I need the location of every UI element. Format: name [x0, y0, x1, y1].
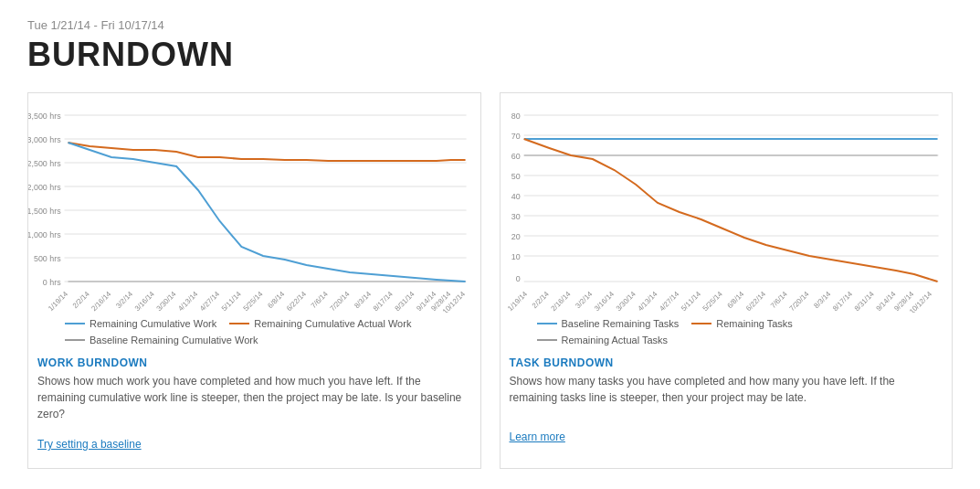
svg-text:8/17/14: 8/17/14	[831, 290, 854, 313]
task-section-desc: Shows how many tasks you have completed …	[501, 373, 943, 422]
svg-text:60: 60	[511, 152, 520, 161]
svg-text:80: 80	[511, 112, 520, 121]
svg-text:6/22/14: 6/22/14	[285, 290, 308, 313]
work-section-title: WORK BURNDOWN	[28, 349, 471, 373]
legend-label: Remaining Cumulative Actual Work	[254, 318, 411, 329]
page-title: BURNDOWN	[27, 36, 953, 74]
svg-text:2,500 hrs: 2,500 hrs	[28, 159, 61, 168]
legend-label: Baseline Remaining Tasks	[562, 318, 680, 329]
svg-text:6/8/14: 6/8/14	[266, 290, 286, 311]
svg-text:0 hrs: 0 hrs	[43, 278, 61, 287]
svg-text:2/2/14: 2/2/14	[71, 290, 91, 311]
svg-text:30: 30	[511, 212, 520, 221]
task-section-link: Learn more	[501, 422, 943, 452]
task-chart-container: 80 70 60 50 40 30 20 10 0	[501, 102, 943, 313]
svg-text:8/3/14: 8/3/14	[353, 290, 373, 311]
date-range: Tue 1/21/14 - Fri 10/17/14	[27, 18, 953, 32]
work-section-link: Try setting a baseline	[28, 430, 471, 459]
legend-orange-line-task	[691, 323, 711, 324]
svg-text:5/25/14: 5/25/14	[701, 290, 723, 313]
task-burndown-panel: 80 70 60 50 40 30 20 10 0	[500, 92, 954, 469]
svg-text:70: 70	[511, 132, 520, 141]
work-burndown-panel: 3,500 hrs 3,000 hrs 2,500 hrs 2,000 hrs …	[27, 92, 481, 469]
svg-text:1,000 hrs: 1,000 hrs	[28, 230, 61, 239]
svg-text:5/11/14: 5/11/14	[220, 290, 243, 313]
svg-text:1/19/14: 1/19/14	[47, 290, 69, 313]
task-chart-legend: Baseline Remaining Tasks Remaining Tasks…	[501, 313, 943, 349]
legend-actual-work: Remaining Cumulative Actual Work	[229, 318, 411, 329]
legend-baseline-tasks: Baseline Remaining Tasks	[537, 318, 680, 329]
svg-text:4/13/14: 4/13/14	[176, 290, 199, 313]
work-chart-legend: Remaining Cumulative Work Remaining Cumu…	[28, 313, 471, 349]
svg-text:40: 40	[511, 192, 520, 201]
svg-text:7/20/14: 7/20/14	[328, 290, 351, 313]
svg-text:500 hrs: 500 hrs	[34, 254, 61, 263]
svg-text:8/17/14: 8/17/14	[372, 290, 395, 313]
svg-text:3,500 hrs: 3,500 hrs	[28, 112, 61, 121]
svg-text:7/6/14: 7/6/14	[310, 290, 330, 311]
svg-text:2,000 hrs: 2,000 hrs	[28, 183, 61, 192]
svg-text:3/2/14: 3/2/14	[114, 290, 134, 311]
svg-text:3,000 hrs: 3,000 hrs	[28, 135, 61, 144]
legend-gray-line	[65, 339, 85, 341]
legend-label: Baseline Remaining Cumulative Work	[90, 335, 258, 345]
work-chart-svg: 3,500 hrs 3,000 hrs 2,500 hrs 2,000 hrs …	[28, 102, 471, 313]
legend-baseline-work: Baseline Remaining Cumulative Work	[65, 335, 258, 345]
svg-text:2/16/14: 2/16/14	[90, 290, 112, 313]
svg-text:3/16/14: 3/16/14	[133, 290, 156, 313]
svg-text:50: 50	[511, 172, 520, 181]
legend-orange-line	[229, 323, 249, 324]
svg-text:4/27/14: 4/27/14	[658, 290, 680, 313]
legend-blue-line	[65, 323, 85, 324]
task-section-title: TASK BURNDOWN	[501, 349, 943, 373]
legend-remaining-work: Remaining Cumulative Work	[65, 318, 216, 329]
svg-text:8/31/14: 8/31/14	[852, 290, 875, 313]
svg-text:7/20/14: 7/20/14	[787, 290, 810, 313]
svg-text:8/3/14: 8/3/14	[812, 290, 832, 311]
svg-text:2/16/14: 2/16/14	[549, 290, 572, 313]
svg-text:1,500 hrs: 1,500 hrs	[28, 207, 61, 216]
svg-text:1/19/14: 1/19/14	[506, 290, 529, 313]
legend-gray-line-task	[537, 339, 557, 341]
work-section-desc: Shows how much work you have completed a…	[28, 373, 471, 430]
svg-text:0: 0	[515, 274, 520, 283]
try-baseline-link[interactable]: Try setting a baseline	[37, 438, 142, 451]
svg-text:5/11/14: 5/11/14	[679, 290, 701, 313]
svg-text:6/22/14: 6/22/14	[744, 290, 767, 313]
svg-text:20: 20	[511, 232, 520, 241]
legend-remaining-tasks: Remaining Tasks	[691, 318, 793, 329]
legend-actual-tasks: Remaining Actual Tasks	[537, 335, 669, 345]
svg-text:6/8/14: 6/8/14	[725, 290, 745, 311]
legend-blue-line-task	[537, 323, 557, 324]
svg-text:7/6/14: 7/6/14	[768, 290, 788, 311]
charts-row: 3,500 hrs 3,000 hrs 2,500 hrs 2,000 hrs …	[27, 92, 953, 469]
svg-text:10: 10	[511, 252, 520, 261]
svg-text:4/27/14: 4/27/14	[198, 290, 221, 313]
work-chart-container: 3,500 hrs 3,000 hrs 2,500 hrs 2,000 hrs …	[28, 102, 471, 313]
legend-label: Remaining Tasks	[716, 318, 793, 329]
task-chart-svg: 80 70 60 50 40 30 20 10 0	[501, 102, 943, 313]
learn-more-link[interactable]: Learn more	[510, 431, 565, 443]
svg-text:2/2/14: 2/2/14	[530, 290, 550, 311]
svg-text:3/30/14: 3/30/14	[155, 290, 178, 313]
svg-text:8/31/14: 8/31/14	[394, 290, 416, 313]
legend-label: Remaining Cumulative Work	[90, 318, 216, 329]
legend-label: Remaining Actual Tasks	[562, 335, 669, 345]
svg-text:5/25/14: 5/25/14	[242, 290, 265, 313]
svg-text:4/13/14: 4/13/14	[636, 290, 659, 313]
svg-text:3/2/14: 3/2/14	[574, 290, 594, 311]
svg-text:3/16/14: 3/16/14	[593, 290, 616, 313]
svg-text:3/30/14: 3/30/14	[614, 290, 637, 313]
